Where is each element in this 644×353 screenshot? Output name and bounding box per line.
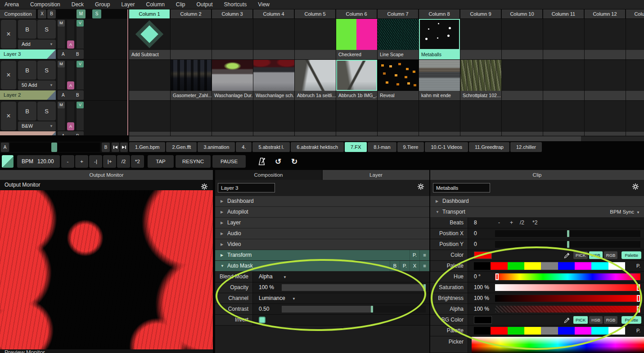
clip-cell[interactable]: Add Subtract	[129, 19, 170, 59]
clip-thumb-empty[interactable]	[129, 60, 170, 91]
clip-cell[interactable]	[295, 19, 336, 59]
clip-thumb-empty[interactable]	[171, 19, 212, 50]
palette-p-button[interactable]: P.	[636, 261, 640, 271]
layer-blend-dropdown[interactable]: B&W▼	[18, 121, 56, 131]
palette-swatch[interactable]	[491, 262, 507, 270]
clip-cell[interactable]	[212, 101, 253, 136]
palette-swatch[interactable]	[558, 327, 575, 335]
column-tab-column-13[interactable]: Column 13	[626, 9, 644, 18]
clip-cell[interactable]	[253, 101, 294, 136]
clip-cell[interactable]: Schrottplatz 102...	[460, 60, 501, 100]
tab-output-monitor[interactable]: Output Monitor	[0, 170, 213, 180]
beats-button-item[interactable]: -	[498, 218, 500, 228]
clip-thumb-empty[interactable]	[626, 19, 644, 50]
clip-name-input[interactable]	[433, 183, 490, 192]
clip-thumb-empty[interactable]	[502, 101, 543, 132]
menu-shortcuts[interactable]: Shortcuts	[224, 1, 247, 8]
section-transform[interactable]: ▶ Transform P. ≡	[215, 250, 429, 260]
clip-thumb-empty[interactable]	[253, 101, 294, 132]
palette-swatch[interactable]	[491, 327, 507, 335]
position-x-slider[interactable]	[495, 230, 640, 237]
clip-thumb-metaballs[interactable]	[419, 19, 460, 50]
clip-thumb-empty[interactable]	[585, 19, 626, 50]
auto-mask-menu-button[interactable]: ≡	[419, 261, 429, 271]
layer-close-button[interactable]: ×	[1, 20, 16, 49]
tap-button[interactable]: TAP	[148, 155, 174, 168]
clip-thumb-schrott[interactable]	[460, 60, 501, 91]
composition-close-button[interactable]: X	[38, 9, 46, 18]
clip-cell[interactable]: Waschanlage sch...	[253, 60, 294, 100]
blend-mode-value[interactable]: Alpha	[259, 272, 273, 282]
alpha-slider-handle[interactable]	[637, 306, 640, 313]
column-tab-column-3[interactable]: Column 3	[212, 9, 252, 18]
hue-slider-handle[interactable]	[495, 273, 499, 280]
clip-cell[interactable]	[212, 19, 253, 59]
layer-name-plate[interactable]: Layer 2	[0, 90, 56, 100]
clip-thumb-reveal[interactable]	[378, 60, 419, 91]
beats-button-item[interactable]: +	[510, 218, 513, 228]
clip-cell[interactable]	[626, 60, 644, 100]
clip-thumb-empty[interactable]	[543, 19, 584, 50]
section-auto-mask[interactable]: ▼ Auto Mask B P. X ≡	[215, 261, 429, 271]
clip-cell[interactable]	[585, 19, 626, 59]
clip-cell[interactable]	[378, 101, 419, 136]
clip-cell[interactable]	[336, 101, 377, 136]
column-tab-column-9[interactable]: Column 9	[460, 9, 501, 18]
layer-close-button[interactable]: ×	[1, 61, 16, 89]
palette-swatch[interactable]	[608, 327, 625, 335]
deck-tab-11-greedtrap[interactable]: 11.Greedtrap	[469, 142, 509, 152]
palette-swatch[interactable]	[541, 262, 558, 270]
gear-icon[interactable]	[201, 183, 207, 190]
palette-swatch[interactable]	[524, 262, 541, 270]
bg-color-rgb-button[interactable]: RGB	[604, 316, 618, 324]
menu-clip[interactable]: Clip	[176, 1, 185, 8]
deck-tab-10-c-1-videos[interactable]: 10.C-1 Videos	[425, 142, 468, 152]
clip-cell[interactable]: Metaballs	[419, 19, 460, 59]
bpm-value[interactable]: 120.00	[37, 158, 54, 165]
clip-thumb-abbruch-a[interactable]	[295, 60, 336, 91]
clip-thumb-empty[interactable]	[460, 19, 501, 50]
clip-cell[interactable]	[502, 101, 543, 136]
section-video[interactable]: ▶Video	[215, 239, 429, 250]
layer-v-button[interactable]: V	[77, 102, 84, 108]
bpm-adjust-button-item[interactable]: +	[75, 155, 88, 168]
clip-thumb-empty[interactable]	[295, 101, 336, 132]
clip-cell[interactable]: Abbruch 1b IMG_...	[336, 60, 377, 100]
clip-thumb-empty[interactable]	[378, 101, 419, 132]
clip-cell[interactable]	[543, 60, 584, 100]
crossfader-track[interactable]	[10, 143, 100, 152]
bpm-sync-dropdown[interactable]: BPM Sync	[610, 207, 634, 217]
tab-clip[interactable]: Clip	[430, 170, 644, 180]
clip-thumb-empty[interactable]	[129, 101, 170, 132]
column-tab-column-11[interactable]: Column 11	[543, 9, 584, 18]
beats-button-2[interactable]: /2	[520, 218, 524, 228]
resync-button[interactable]: RESYNC	[176, 155, 211, 168]
menu-composition[interactable]: Composition	[30, 1, 60, 8]
hue-value[interactable]: 0 °	[474, 272, 481, 282]
palette-swatch[interactable]	[608, 262, 625, 270]
clip-thumb-kahn[interactable]	[419, 60, 460, 91]
crossfader-handle[interactable]	[51, 143, 57, 152]
layer-close-button[interactable]: ×	[1, 102, 16, 130]
opacity-value[interactable]: 100 %	[259, 282, 274, 293]
layer-crossfade-b[interactable]: B	[76, 90, 79, 100]
layer-a-button[interactable]: A	[67, 122, 74, 130]
clip-thumb-addsub[interactable]	[129, 19, 170, 50]
clip-thumb-empty[interactable]	[502, 60, 543, 91]
section-clip-dashboard[interactable]: ▶ Dashboard	[430, 196, 644, 206]
layer-v-button[interactable]: V	[77, 20, 84, 27]
position-x-handle[interactable]	[567, 230, 569, 237]
layer-m-button[interactable]: M	[58, 20, 65, 27]
pause-button[interactable]: PAUSE	[212, 155, 246, 168]
clip-cell[interactable]	[543, 19, 584, 59]
palette-swatch[interactable]	[591, 327, 608, 335]
clip-cell[interactable]	[460, 19, 501, 59]
clip-cell[interactable]: Abbruch 1a seitli...	[295, 60, 336, 100]
tab-layer-props[interactable]: Layer	[323, 170, 429, 180]
contrast-slider[interactable]	[282, 306, 426, 313]
layer-crossfade-a[interactable]: A	[62, 49, 65, 59]
beats-button-2[interactable]: *2	[532, 218, 537, 228]
bpm-adjust-button-item[interactable]: |+	[103, 155, 116, 168]
clip-thumb-empty[interactable]	[253, 19, 294, 50]
deck-tab-4[interactable]: 4.	[236, 142, 252, 152]
